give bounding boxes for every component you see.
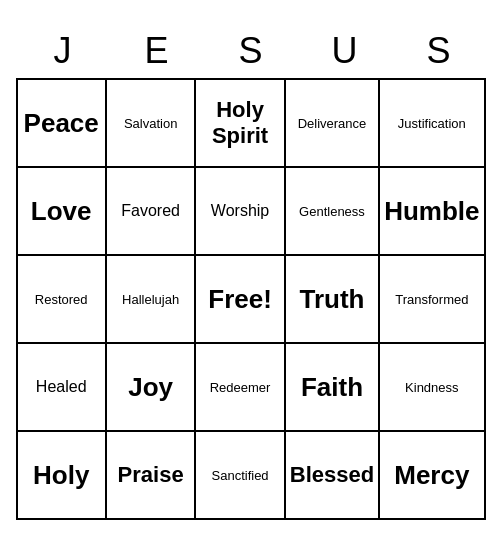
header-letter-J: J	[16, 24, 110, 78]
header-letter-U: U	[298, 24, 392, 78]
bingo-cell-8: Gentleness	[286, 168, 380, 256]
bingo-cell-16: Joy	[107, 344, 196, 432]
bingo-cell-17: Redeemer	[196, 344, 285, 432]
header-letter-S: S	[392, 24, 486, 78]
bingo-cell-18: Faith	[286, 344, 380, 432]
bingo-cell-12: Free!	[196, 256, 285, 344]
bingo-cell-20: Holy	[18, 432, 107, 520]
bingo-cell-6: Favored	[107, 168, 196, 256]
bingo-cell-4: Justification	[380, 80, 485, 168]
bingo-cell-7: Worship	[196, 168, 285, 256]
bingo-cell-10: Restored	[18, 256, 107, 344]
bingo-cell-2: Holy Spirit	[196, 80, 285, 168]
bingo-cell-24: Mercy	[380, 432, 485, 520]
bingo-cell-22: Sanctified	[196, 432, 285, 520]
bingo-cell-3: Deliverance	[286, 80, 380, 168]
bingo-cell-13: Truth	[286, 256, 380, 344]
bingo-cell-9: Humble	[380, 168, 485, 256]
bingo-cell-14: Transformed	[380, 256, 485, 344]
bingo-header: JESUS	[16, 24, 486, 78]
bingo-cell-11: Hallelujah	[107, 256, 196, 344]
header-letter-S: S	[204, 24, 298, 78]
bingo-cell-19: Kindness	[380, 344, 485, 432]
bingo-cell-23: Blessed	[286, 432, 380, 520]
header-letter-E: E	[110, 24, 204, 78]
bingo-cell-15: Healed	[18, 344, 107, 432]
bingo-card: JESUS PeaceSalvationHoly SpiritDeliveran…	[16, 24, 486, 520]
bingo-cell-5: Love	[18, 168, 107, 256]
bingo-cell-21: Praise	[107, 432, 196, 520]
bingo-grid: PeaceSalvationHoly SpiritDeliveranceJust…	[16, 78, 486, 520]
bingo-cell-1: Salvation	[107, 80, 196, 168]
bingo-cell-0: Peace	[18, 80, 107, 168]
